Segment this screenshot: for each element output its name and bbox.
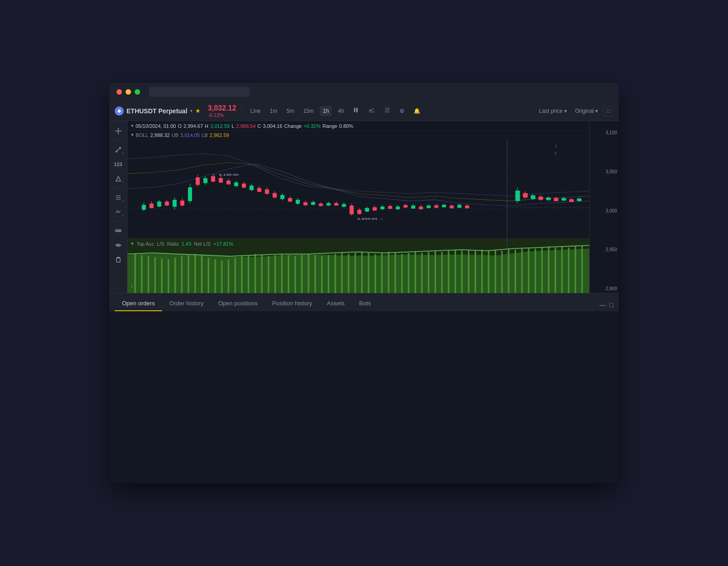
ratio-val: 1.43 [182, 241, 191, 247]
svg-rect-1 [356, 108, 358, 112]
close-val: 3,004.16 [263, 123, 283, 129]
svg-rect-63 [273, 193, 277, 197]
tf-15m-btn[interactable]: 15m [300, 106, 316, 116]
tab-assets[interactable]: Assets [319, 296, 352, 311]
minimize-button[interactable] [126, 89, 131, 95]
change-label: Change [284, 123, 302, 129]
tab-position-history[interactable]: Position history [265, 296, 319, 311]
tf-1m-btn[interactable]: 1m [267, 106, 280, 116]
scroll-down-icon[interactable]: ↓ [555, 142, 557, 149]
svg-rect-124 [546, 197, 551, 200]
symbol-name: ETHUSDT Perpetual [126, 107, 187, 115]
svg-rect-90 [373, 207, 377, 211]
svg-line-11 [117, 148, 120, 151]
svg-rect-96 [396, 207, 400, 209]
svg-rect-73 [311, 202, 315, 205]
price-axis-3050: 3,050 [592, 169, 617, 174]
close-label: C [258, 123, 261, 129]
svg-rect-108 [442, 205, 446, 207]
indicator-chart: ▾ Top Acc. L/S Ratio 1.43 Net L/S +17.81… [127, 238, 589, 293]
pattern-tool[interactable] [112, 206, 125, 218]
svg-rect-98 [404, 205, 408, 207]
tab-open-positions[interactable]: Open positions [211, 296, 265, 311]
last-price-dropdown[interactable]: Last price ▾ [536, 106, 570, 116]
range-label: Range [323, 123, 337, 129]
candle-chart[interactable]: ← 3,130.50 [127, 139, 589, 238]
tf-4h-btn[interactable]: 4h [335, 106, 347, 116]
tab-bots[interactable]: Bots [352, 296, 378, 311]
eye-tool[interactable] [112, 239, 125, 252]
candle-type-btn[interactable] [350, 106, 362, 116]
left-toolbar: 123 [109, 121, 127, 293]
svg-rect-71 [303, 202, 308, 206]
number-tool[interactable]: 123 [112, 158, 125, 171]
high-val: 3,012.59 [210, 123, 230, 129]
svg-text:2,934.04 →: 2,934.04 → [357, 217, 384, 220]
ruler-tool[interactable] [112, 224, 125, 237]
alert-btn[interactable]: 🔔 [411, 106, 423, 116]
svg-rect-116 [516, 191, 520, 201]
svg-rect-57 [249, 186, 253, 190]
symbol-area: ◆ ETHUSDT Perpetual ▾ ★ [115, 106, 201, 116]
chart-app: ◆ ETHUSDT Perpetual ▾ ★ 3,032.12 -0.13% … [109, 101, 619, 483]
maximize-button[interactable] [135, 89, 140, 95]
boll-label: BOLL [136, 132, 148, 138]
svg-rect-92 [380, 207, 384, 209]
range-val: 0.80% [339, 123, 353, 129]
indicator-btn[interactable] [366, 106, 378, 116]
tf-5m-btn[interactable]: 5m [283, 106, 297, 116]
ratio-label: Ratio [167, 241, 179, 247]
low-label: L [232, 123, 234, 129]
tf-1h-btn[interactable]: 1h [320, 106, 331, 116]
tab-order-history[interactable]: Order history [162, 296, 211, 311]
collapse-left-btn[interactable]: ‹ [131, 283, 133, 289]
original-dropdown[interactable]: Original ▾ [572, 106, 601, 116]
close-button[interactable] [116, 89, 122, 95]
right-controls: Last price ▾ Original ▾ □ [536, 106, 613, 116]
scroll-controls: ↓ › [555, 142, 557, 156]
separator-3 [114, 221, 123, 222]
bottom-tabs: Open orders Order history Open positions… [109, 293, 619, 311]
scroll-right-icon[interactable]: › [555, 150, 557, 156]
delete-tool[interactable] [112, 253, 125, 266]
symbol-dropdown-icon[interactable]: ▾ [190, 108, 192, 113]
address-bar[interactable] [149, 87, 249, 97]
svg-rect-67 [288, 198, 292, 202]
expand-btn[interactable]: □ [603, 106, 613, 116]
net-ls-val: +17.81% [213, 241, 233, 247]
low-val: 2,988.54 [236, 123, 256, 129]
svg-rect-118 [523, 193, 528, 197]
svg-point-19 [117, 244, 119, 246]
studies-btn[interactable] [381, 106, 393, 116]
separator-2 [114, 188, 123, 188]
price-axis-3100: 3,100 [592, 130, 617, 135]
boll-bar: ▾ BOLL 2,988.32 UB 3,014.05 LB 2,962.59 [127, 131, 589, 139]
svg-rect-47 [211, 176, 215, 182]
favorite-icon[interactable]: ★ [195, 107, 201, 114]
expand-panel-btn[interactable]: □ [610, 301, 613, 308]
chart-area: 123 [109, 121, 619, 293]
svg-rect-0 [354, 108, 355, 112]
svg-rect-40 [188, 187, 192, 201]
svg-rect-42 [196, 177, 200, 185]
svg-rect-122 [538, 197, 543, 200]
eth-icon: ◆ [115, 106, 124, 116]
minimize-panel-btn[interactable]: — [600, 301, 606, 308]
svg-rect-65 [280, 195, 284, 199]
line-chart-btn[interactable]: Line [248, 106, 263, 116]
shape-tool[interactable] [112, 172, 125, 185]
svg-rect-94 [388, 206, 392, 209]
tab-open-orders[interactable]: Open orders [115, 296, 162, 311]
fib-tool[interactable] [112, 191, 125, 204]
indicator-label: Top Acc. L/S [136, 241, 164, 247]
svg-rect-104 [426, 206, 430, 208]
settings-btn[interactable]: ⚙ [397, 106, 407, 116]
svg-rect-128 [561, 198, 566, 200]
svg-rect-77 [327, 203, 331, 205]
svg-rect-102 [419, 207, 423, 209]
draw-tool[interactable] [112, 143, 125, 156]
crosshair-tool[interactable] [112, 125, 125, 137]
open-val: 2,994.67 [183, 123, 203, 129]
svg-rect-75 [319, 203, 323, 206]
svg-rect-81 [342, 204, 346, 207]
